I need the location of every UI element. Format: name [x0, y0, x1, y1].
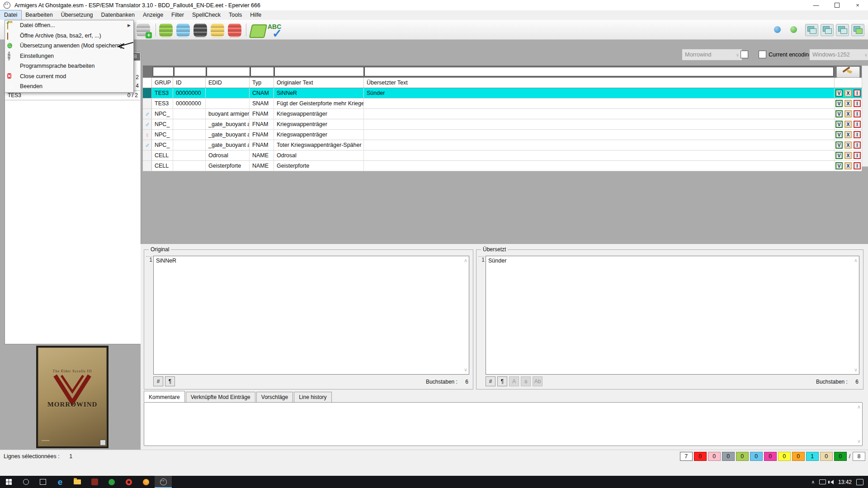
taskbar-esp-esm-translator[interactable] — [155, 476, 172, 488]
game-select[interactable]: Morrowind ∨ — [682, 49, 742, 61]
menu-item-datei-oeffnen[interactable]: Datei öffnen... ▶ — [5, 20, 133, 31]
hash-button[interactable]: # — [486, 376, 495, 386]
table-row[interactable]: NPC_ _gate_buoyant ar... FNAM Kriegswapp… — [143, 119, 862, 130]
tab-kommentare[interactable]: Kommentare — [144, 391, 185, 402]
menu-datenbanken[interactable]: Datenbanken — [97, 10, 139, 20]
validate-button[interactable]: V — [835, 131, 843, 138]
taskbar-edge[interactable]: e — [52, 476, 69, 488]
menu-item-beenden[interactable]: Beenden — [5, 81, 133, 92]
green-status-dot-icon[interactable] — [790, 26, 797, 33]
filter-input-translated[interactable] — [364, 67, 834, 76]
table-row[interactable]: NPC_ buoyant armiger_... FNAM Kriegswapp… — [143, 109, 862, 119]
tab-vorschlaege[interactable]: Vorschläge — [256, 392, 293, 402]
table-row[interactable]: NPC_ _gate_buoyant ar... FNAM Kriegswapp… — [143, 130, 862, 140]
close-button[interactable]: × — [847, 0, 868, 10]
database-red-icon[interactable] — [228, 23, 241, 37]
ignore-button[interactable]: I — [854, 121, 861, 128]
pilcrow-button[interactable]: ¶ — [165, 376, 175, 386]
filter-input-typ[interactable] — [250, 67, 274, 76]
menu-datei[interactable]: Datei — [0, 10, 21, 20]
swap-windows-icon[interactable] — [805, 24, 818, 36]
minimize-button[interactable]: — — [806, 0, 826, 10]
taskbar-clock[interactable]: 13:42 — [838, 479, 852, 485]
filter-input-grup[interactable] — [153, 67, 174, 76]
tab-line-history[interactable]: Line history — [294, 392, 331, 402]
validate-button[interactable]: V — [835, 100, 843, 107]
col-header-translated[interactable]: Übersetzter Text — [364, 78, 835, 88]
reject-button[interactable]: X — [844, 121, 852, 128]
database-yellow-icon[interactable] — [211, 23, 224, 37]
translated-text-area[interactable]: Sünder ∧ ∨ — [486, 256, 859, 375]
table-row[interactable]: NPC_ _gate_buoyant ar... FNAM Toter Krie… — [143, 140, 862, 150]
menu-hilfe[interactable]: Hilfe — [246, 10, 265, 20]
add-database-icon[interactable]: + — [137, 23, 150, 37]
database-blue-icon[interactable] — [176, 23, 190, 37]
menu-tools[interactable]: Tools — [225, 10, 246, 20]
table-row[interactable]: TES3 00000000 SNAM Fügt der Geisterpfort… — [143, 99, 862, 109]
script-icon[interactable] — [249, 24, 267, 38]
scroll-down-icon[interactable]: ∨ — [854, 367, 858, 373]
filter-input-id[interactable] — [174, 67, 206, 76]
table-row[interactable]: CELL Odrosal NAME Odrosal V X I — [143, 150, 862, 161]
reject-button[interactable]: X — [844, 141, 852, 149]
menu-item-einstellungen[interactable]: Einstellungen — [5, 51, 133, 61]
validate-button[interactable]: V — [835, 121, 843, 128]
table-row[interactable]: TES3 00000000 CNAM SiNNeR Sünder V X I — [143, 88, 862, 99]
ignore-button[interactable]: I — [854, 141, 861, 149]
reject-button[interactable]: X — [844, 100, 852, 107]
blue-status-dot-icon[interactable] — [774, 26, 781, 33]
ignore-button[interactable]: I — [854, 110, 861, 117]
scroll-up-icon[interactable]: ∧ — [857, 404, 861, 410]
notification-center-icon[interactable] — [856, 479, 863, 485]
menu-item-oeffne-archive[interactable]: Öffne Archive (bsa, bsa2, erf, ...) — [5, 31, 133, 41]
col-header-edid[interactable]: EDID — [206, 78, 250, 88]
reject-button[interactable]: X — [844, 131, 852, 138]
scroll-up-icon[interactable]: ∧ — [464, 258, 467, 263]
clear-filters-broom-icon[interactable] — [836, 66, 860, 78]
network-icon[interactable] — [819, 479, 826, 484]
ignore-button[interactable]: I — [854, 100, 861, 107]
hash-button[interactable]: # — [153, 376, 163, 386]
search-button[interactable] — [17, 476, 34, 488]
spellcheck-abc-icon[interactable]: ABC ✓ — [268, 23, 286, 38]
col-header-typ[interactable]: Typ — [250, 78, 274, 88]
ignore-button[interactable]: I — [854, 89, 861, 97]
col-header-original[interactable]: Originaler Text — [274, 78, 364, 88]
menu-item-programmsprache[interactable]: Programmsprache bearbeiten — [5, 61, 133, 71]
pilcrow-button[interactable]: ¶ — [497, 376, 507, 386]
lowercase-button[interactable]: a — [521, 376, 531, 386]
taskbar-app-orange[interactable] — [137, 476, 155, 488]
database-green-icon[interactable] — [159, 23, 173, 37]
taskbar-app-red-ring[interactable] — [120, 476, 137, 488]
col-header-id[interactable]: ID — [173, 78, 206, 88]
comment-text-area[interactable]: ∧ ∨ — [144, 402, 863, 446]
menu-item-close-current-mod[interactable]: ✕ Close current mod — [5, 71, 133, 82]
menu-anzeige[interactable]: Anzeige — [139, 10, 167, 20]
filter-input-edid[interactable] — [207, 67, 250, 76]
reject-button[interactable]: X — [844, 110, 852, 117]
original-text-area[interactable]: SiNNeR ∧ ∨ — [153, 256, 469, 375]
database-black-icon[interactable] — [193, 23, 207, 37]
validate-button[interactable]: V — [835, 162, 843, 169]
reject-button[interactable]: X — [844, 89, 852, 97]
validate-button[interactable]: V — [835, 141, 843, 149]
menu-bearbeiten[interactable]: Bearbeiten — [21, 10, 57, 20]
validate-button[interactable]: V — [835, 89, 843, 97]
reject-button[interactable]: X — [844, 152, 852, 159]
current-encoding-checkbox[interactable] — [759, 51, 766, 58]
menu-uebersetzung[interactable]: Übersetzung — [57, 10, 97, 20]
col-header-grup[interactable]: GRUP — [152, 78, 173, 88]
scroll-down-icon[interactable]: ∨ — [857, 438, 861, 444]
reject-button[interactable]: X — [844, 162, 852, 169]
maximize-button[interactable] — [826, 0, 847, 10]
copy-windows-icon[interactable] — [836, 24, 849, 36]
tab-verknuepfte-mod-eintraege[interactable]: Verknüpfte Mod Einträge — [186, 392, 255, 402]
taskbar-app-green[interactable] — [103, 476, 120, 488]
validate-button[interactable]: V — [835, 110, 843, 117]
filter-input-original[interactable] — [274, 67, 364, 76]
table-row[interactable]: CELL Geisterpforte NAME Geisterpforte V … — [143, 161, 862, 171]
library-windows-icon[interactable] — [821, 24, 834, 36]
taskbar-file-explorer[interactable] — [69, 476, 86, 488]
menu-filter[interactable]: Filter — [167, 10, 188, 20]
encoding-select[interactable]: Windows-1252 ∨ — [809, 49, 868, 61]
